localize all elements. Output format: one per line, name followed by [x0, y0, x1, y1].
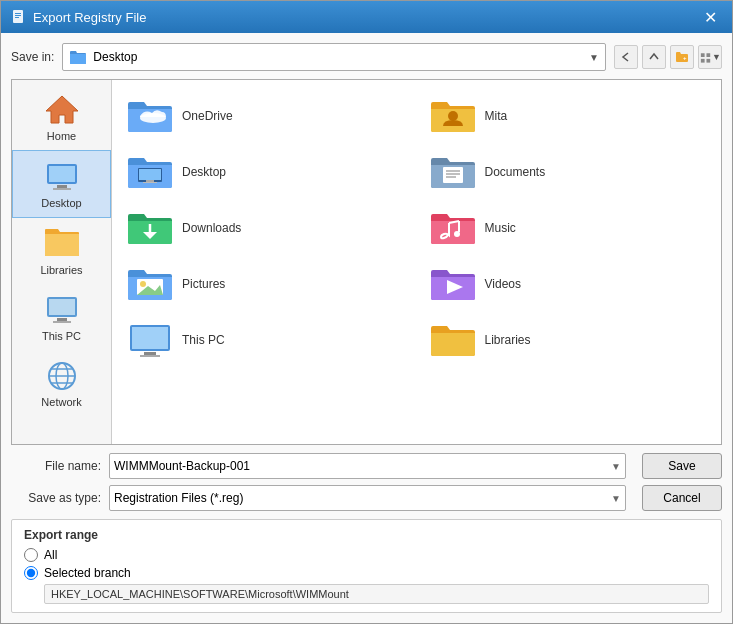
- radio-all-label: All: [44, 548, 57, 562]
- file-name-libraries: Libraries: [485, 333, 531, 347]
- save-button[interactable]: Save: [642, 453, 722, 479]
- svg-rect-44: [144, 352, 156, 355]
- svg-rect-11: [49, 166, 75, 182]
- file-name-music: Music: [485, 221, 516, 235]
- sidebar-icon-desktop: [42, 159, 82, 195]
- radio-selected-branch[interactable]: [24, 566, 38, 580]
- file-name-downloads: Downloads: [182, 221, 241, 235]
- svg-rect-12: [57, 185, 67, 188]
- sidebar-item-desktop[interactable]: Desktop: [12, 150, 111, 218]
- pictures-icon: [126, 264, 174, 304]
- file-item-documents[interactable]: Documents: [425, 146, 712, 198]
- view-button[interactable]: ▼: [698, 45, 722, 69]
- main-area: Home Desktop: [11, 79, 722, 445]
- file-type-label: Save as type:: [11, 491, 101, 505]
- file-area[interactable]: OneDrive Mita: [112, 80, 721, 444]
- svg-rect-17: [53, 321, 71, 323]
- save-in-row: Save in: Desktop ▼: [11, 43, 722, 71]
- back-button[interactable]: [614, 45, 638, 69]
- file-name-desktop: Desktop: [182, 165, 226, 179]
- radio-selected-branch-row: Selected branch: [24, 566, 709, 580]
- file-item-downloads[interactable]: Downloads: [122, 202, 409, 254]
- svg-rect-45: [140, 355, 160, 357]
- view-icon: [699, 51, 712, 63]
- videos-icon: [429, 264, 477, 304]
- documents-icon: [429, 152, 477, 192]
- sidebar-item-home[interactable]: Home: [12, 84, 111, 150]
- save-in-arrow[interactable]: ▼: [589, 52, 599, 63]
- title-bar: Export Registry File ✕: [1, 1, 732, 33]
- cancel-button-wrap: Cancel: [642, 485, 722, 511]
- file-name-dropdown-arrow[interactable]: ▼: [611, 461, 621, 472]
- sidebar-item-libraries[interactable]: Libraries: [12, 218, 111, 284]
- file-item-this-pc[interactable]: This PC: [122, 314, 409, 366]
- up-button[interactable]: [642, 45, 666, 69]
- desktop-folder-icon: [126, 152, 174, 192]
- dialog-icon: [11, 9, 27, 25]
- file-name-videos: Videos: [485, 277, 521, 291]
- new-folder-button[interactable]: +: [670, 45, 694, 69]
- cancel-button[interactable]: Cancel: [642, 485, 722, 511]
- file-item-libraries[interactable]: Libraries: [425, 314, 712, 366]
- close-button[interactable]: ✕: [698, 5, 722, 29]
- file-item-music[interactable]: Music: [425, 202, 712, 254]
- radio-group: All Selected branch: [24, 548, 709, 580]
- file-name-row: File name: ▼ Save: [11, 453, 722, 479]
- svg-rect-8: [706, 59, 710, 63]
- file-name-input[interactable]: [114, 459, 611, 473]
- svg-rect-28: [143, 182, 157, 183]
- back-icon: [620, 51, 632, 63]
- svg-point-24: [448, 111, 458, 121]
- file-name-this-pc: This PC: [182, 333, 225, 347]
- export-range-section: Export range All Selected branch HKEY_LO…: [11, 519, 722, 613]
- svg-rect-7: [701, 59, 705, 63]
- svg-point-23: [140, 113, 166, 123]
- sidebar: Home Desktop: [12, 80, 112, 444]
- up-icon: [648, 51, 660, 63]
- svg-point-39: [140, 281, 146, 287]
- sidebar-item-this-pc[interactable]: This PC: [12, 284, 111, 350]
- save-in-folder-icon: [69, 49, 87, 65]
- title-bar-left: Export Registry File: [11, 9, 146, 25]
- export-registry-dialog: Export Registry File ✕ Save in: Desktop …: [0, 0, 733, 624]
- file-name-mita: Mita: [485, 109, 508, 123]
- mita-icon: [429, 96, 477, 136]
- radio-all[interactable]: [24, 548, 38, 562]
- file-item-mita[interactable]: Mita: [425, 90, 712, 142]
- sidebar-icon-libraries: [42, 226, 82, 262]
- radio-selected-branch-label: Selected branch: [44, 566, 131, 580]
- svg-point-37: [454, 231, 460, 237]
- file-name-documents: Documents: [485, 165, 546, 179]
- dialog-body: Save in: Desktop ▼: [1, 33, 732, 623]
- radio-all-row: All: [24, 548, 709, 562]
- save-in-value: Desktop: [93, 50, 583, 64]
- bottom-form: File name: ▼ Save Save as type: Registra…: [11, 453, 722, 511]
- sidebar-item-network[interactable]: Network: [12, 350, 111, 416]
- sidebar-icon-this-pc: [42, 292, 82, 328]
- file-name-label: File name:: [11, 459, 101, 473]
- sidebar-label-this-pc: This PC: [42, 330, 81, 342]
- dialog-title: Export Registry File: [33, 10, 146, 25]
- save-in-dropdown[interactable]: Desktop ▼: [62, 43, 606, 71]
- svg-rect-27: [146, 180, 154, 182]
- file-item-pictures[interactable]: Pictures: [122, 258, 409, 310]
- svg-rect-3: [15, 17, 19, 18]
- svg-rect-2: [15, 15, 21, 16]
- file-item-videos[interactable]: Videos: [425, 258, 712, 310]
- svg-rect-29: [443, 167, 463, 183]
- file-item-desktop[interactable]: Desktop: [122, 146, 409, 198]
- svg-marker-9: [46, 96, 78, 123]
- file-type-value: Registration Files (*.reg): [114, 491, 611, 505]
- this-pc-file-icon: [126, 320, 174, 360]
- svg-rect-0: [13, 10, 23, 23]
- file-type-input-wrap: Registration Files (*.reg) ▼: [109, 485, 626, 511]
- file-type-dropdown-arrow[interactable]: ▼: [611, 493, 621, 504]
- export-range-title: Export range: [24, 528, 709, 542]
- file-item-onedrive[interactable]: OneDrive: [122, 90, 409, 142]
- save-in-label: Save in:: [11, 50, 54, 64]
- onedrive-icon: [126, 96, 174, 136]
- libraries-file-icon: [429, 320, 477, 360]
- svg-rect-13: [53, 188, 71, 190]
- svg-rect-16: [57, 318, 67, 321]
- sidebar-icon-home: [42, 92, 82, 128]
